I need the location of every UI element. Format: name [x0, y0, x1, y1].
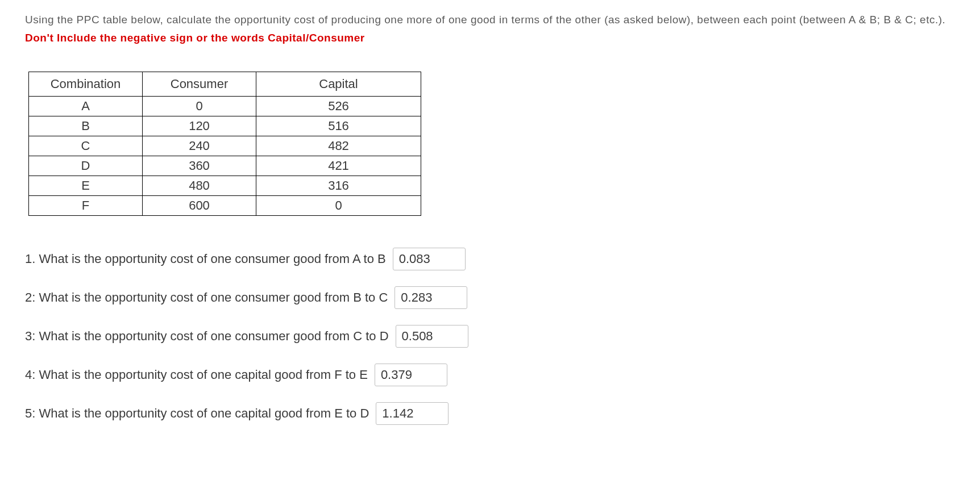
table-row: C 240 482 [29, 136, 421, 156]
cell-consumer: 120 [143, 116, 256, 136]
table-row: D 360 421 [29, 156, 421, 176]
cell-capital: 316 [256, 176, 421, 196]
cell-capital: 482 [256, 136, 421, 156]
question-1-input[interactable] [393, 248, 466, 270]
table-header-row: Combination Consumer Capital [29, 72, 421, 97]
ppc-table: Combination Consumer Capital A 0 526 B 1… [28, 72, 421, 216]
header-combination: Combination [29, 72, 143, 97]
question-1: 1. What is the opportunity cost of one c… [25, 248, 955, 270]
cell-combination: B [29, 116, 143, 136]
cell-capital: 526 [256, 97, 421, 116]
cell-consumer: 240 [143, 136, 256, 156]
cell-combination: D [29, 156, 143, 176]
cell-consumer: 0 [143, 97, 256, 116]
question-3-label: 3: What is the opportunity cost of one c… [25, 329, 389, 344]
cell-capital: 516 [256, 116, 421, 136]
table-row: A 0 526 [29, 97, 421, 116]
cell-consumer: 360 [143, 156, 256, 176]
cell-consumer: 600 [143, 196, 256, 216]
cell-combination: C [29, 136, 143, 156]
header-consumer: Consumer [143, 72, 256, 97]
question-4: 4: What is the opportunity cost of one c… [25, 364, 955, 386]
cell-combination: F [29, 196, 143, 216]
question-3: 3: What is the opportunity cost of one c… [25, 325, 955, 348]
question-4-label: 4: What is the opportunity cost of one c… [25, 368, 368, 382]
question-5: 5: What is the opportunity cost of one c… [25, 402, 955, 425]
table-row: B 120 516 [29, 116, 421, 136]
cell-capital: 0 [256, 196, 421, 216]
cell-combination: A [29, 97, 143, 116]
table-row: E 480 316 [29, 176, 421, 196]
question-2: 2: What is the opportunity cost of one c… [25, 286, 955, 309]
questions-list: 1. What is the opportunity cost of one c… [25, 248, 955, 425]
question-4-input[interactable] [375, 364, 447, 386]
question-2-label: 2: What is the opportunity cost of one c… [25, 290, 388, 305]
question-5-label: 5: What is the opportunity cost of one c… [25, 406, 369, 421]
cell-capital: 421 [256, 156, 421, 176]
cell-combination: E [29, 176, 143, 196]
warning-text: Don't Include the negative sign or the w… [25, 32, 955, 44]
table-row: F 600 0 [29, 196, 421, 216]
header-capital: Capital [256, 72, 421, 97]
instructions-text: Using the PPC table below, calculate the… [25, 11, 955, 28]
cell-consumer: 480 [143, 176, 256, 196]
question-1-label: 1. What is the opportunity cost of one c… [25, 252, 386, 266]
question-2-input[interactable] [395, 286, 467, 309]
question-3-input[interactable] [396, 325, 468, 348]
question-5-input[interactable] [376, 402, 449, 425]
